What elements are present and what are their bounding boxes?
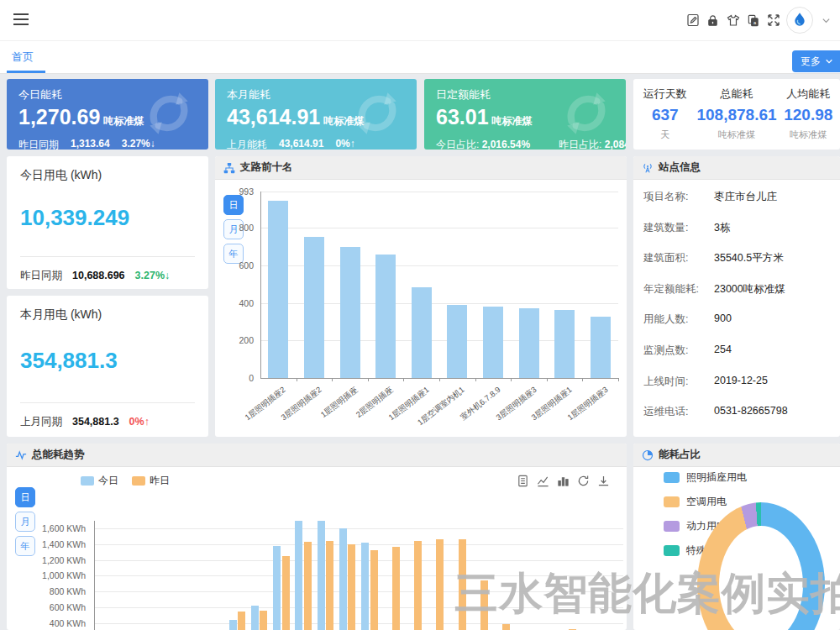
site-info-row: 运维电话:0531-82665798 xyxy=(643,405,832,419)
stat-unit: 天 xyxy=(633,129,696,141)
branch-top10-panel: 支路前十名 日月年 02004006008009931层照明插座23层照明插座2… xyxy=(215,156,627,437)
activity-icon xyxy=(15,449,27,461)
kpi-card-today-energy: 今日能耗 1,270.69吨标准煤 昨日同期1,313.643.27%↓ xyxy=(7,79,208,150)
x-axis-tick xyxy=(547,378,548,381)
usage-delta: 0%↑ xyxy=(129,416,150,428)
bar-today xyxy=(251,606,259,630)
tshirt-icon[interactable] xyxy=(726,13,740,28)
chevron-down-icon xyxy=(825,57,833,66)
bar-today xyxy=(318,521,325,630)
stat-label: 总能耗 xyxy=(696,87,776,102)
chevron-down-icon[interactable] xyxy=(819,13,833,28)
y-axis-tick-label: 0 xyxy=(215,373,254,383)
legend-item-空调用电[interactable]: 空调用电 xyxy=(664,495,727,509)
bar-today xyxy=(339,528,347,630)
usage-value: 354,881.3 xyxy=(20,348,195,374)
stat-value: 120.98 xyxy=(777,106,840,124)
bar-yesterday xyxy=(238,612,245,630)
bar-yesterday xyxy=(282,556,290,630)
stat-value: 637 xyxy=(633,106,696,124)
user-avatar-water-drop[interactable] xyxy=(786,7,813,34)
panel-title: 站点信息 xyxy=(659,160,701,175)
gridline xyxy=(94,528,623,529)
documents-icon[interactable]: a xyxy=(746,13,760,28)
site-info-row: 建筑数量:3栋 xyxy=(643,221,832,235)
bar xyxy=(483,307,503,378)
usage-footer-label: 昨日同期 xyxy=(20,269,62,283)
bar xyxy=(554,310,575,378)
bar-yesterday xyxy=(502,624,510,630)
usage-footer-label: 上月同期 xyxy=(20,415,62,429)
site-row-label: 监测点数: xyxy=(643,344,714,358)
site-row-value: 3栋 xyxy=(714,221,730,235)
lock-icon[interactable] xyxy=(706,13,720,28)
legend-item-照明插座用电[interactable]: 照明插座用电 xyxy=(664,470,747,485)
y-axis-tick-label: 200 xyxy=(215,335,254,345)
y-axis-tick-label: 800 xyxy=(215,223,254,233)
bar-yesterday xyxy=(370,550,378,630)
bar-today xyxy=(273,546,281,630)
gridline xyxy=(260,228,618,228)
legend-swatch xyxy=(664,545,680,556)
antenna-icon xyxy=(642,162,654,174)
bar-yesterday xyxy=(348,544,355,630)
bar-today xyxy=(229,620,237,630)
site-row-value: 254 xyxy=(714,344,732,358)
trend-bar-chart[interactable]: 200 KWh400 KWh600 KWh800 KWh1,000 KWh1,2… xyxy=(7,467,627,630)
edit-note-icon[interactable] xyxy=(685,13,700,28)
bar-today xyxy=(295,521,302,630)
gridline xyxy=(94,560,623,561)
site-info-row: 项目名称:枣庄市台儿庄 xyxy=(643,190,832,204)
kpi-footer-label: 上月能耗 xyxy=(227,138,267,150)
x-axis-tick xyxy=(332,378,333,381)
site-row-value: 枣庄市台儿庄 xyxy=(714,190,777,204)
site-row-label: 年定额能耗: xyxy=(643,282,714,297)
usage-delta: 3.27%↓ xyxy=(135,270,171,281)
x-axis-tick xyxy=(618,378,619,381)
gridline xyxy=(94,544,623,545)
gridline xyxy=(94,623,623,624)
x-axis-category-label: 1层照明插座2 xyxy=(226,385,288,437)
bar xyxy=(268,201,288,378)
y-axis-tick-label: 400 xyxy=(215,298,254,308)
stat-value: 108,878.61 xyxy=(696,106,776,124)
kpi-footer-label: 今日占比: xyxy=(436,139,479,150)
hamburger-icon[interactable] xyxy=(13,13,29,25)
kpi-footer-value: 1,313.64 xyxy=(71,138,110,150)
legend-label: 空调用电 xyxy=(686,495,727,509)
legend-swatch xyxy=(664,472,680,483)
site-info-panel: 站点信息 项目名称:枣庄市台儿庄建筑数量:3栋建筑面积:35540.5平方米年定… xyxy=(633,156,840,437)
stat-unit: 吨标准煤 xyxy=(696,129,776,141)
bar-yesterday xyxy=(436,539,444,630)
panel-title: 总能耗趋势 xyxy=(32,448,85,462)
site-info-row: 用能人数:900 xyxy=(643,312,832,327)
y-axis-tick-label: 1,200 KWh xyxy=(7,555,86,565)
site-info-row: 上线时间:2019-12-25 xyxy=(643,375,832,389)
site-row-label: 项目名称: xyxy=(643,190,714,204)
gridline xyxy=(94,575,623,576)
site-row-label: 运维电话: xyxy=(643,405,714,419)
site-row-label: 建筑数量: xyxy=(643,221,714,235)
more-button[interactable]: 更多 xyxy=(792,50,840,72)
y-axis-line xyxy=(94,521,95,630)
bar xyxy=(447,305,467,378)
summary-stats-panel: 运行天数637天总能耗108,878.61吨标准煤人均能耗120.98吨标准煤 xyxy=(633,79,840,150)
y-axis-tick-label: 1,600 KWh xyxy=(7,523,86,533)
legend-label: 照明插座用电 xyxy=(686,470,747,485)
x-axis-tick xyxy=(297,378,297,381)
branch-bar-chart[interactable]: 02004006008009931层照明插座23层照明插座21层照明插座2层照明… xyxy=(215,180,627,437)
y-axis-tick-label: 400 KWh xyxy=(7,618,86,628)
y-axis-tick-label: 1,400 KWh xyxy=(7,539,86,549)
tab-home[interactable]: 首页 xyxy=(12,50,34,65)
x-axis-tick xyxy=(403,378,404,381)
usage-footer-value: 354,881.3 xyxy=(72,416,119,428)
fullscreen-icon[interactable] xyxy=(766,13,780,28)
stat-label: 人均能耗 xyxy=(777,87,840,102)
site-row-value: 35540.5平方米 xyxy=(714,251,784,265)
bar xyxy=(340,247,360,378)
y-axis-tick-label: 600 xyxy=(215,260,254,270)
site-row-label: 上线时间: xyxy=(643,375,714,389)
site-row-label: 建筑面积: xyxy=(643,251,714,265)
x-axis-tick xyxy=(368,378,369,381)
recycle-icon xyxy=(559,86,614,141)
